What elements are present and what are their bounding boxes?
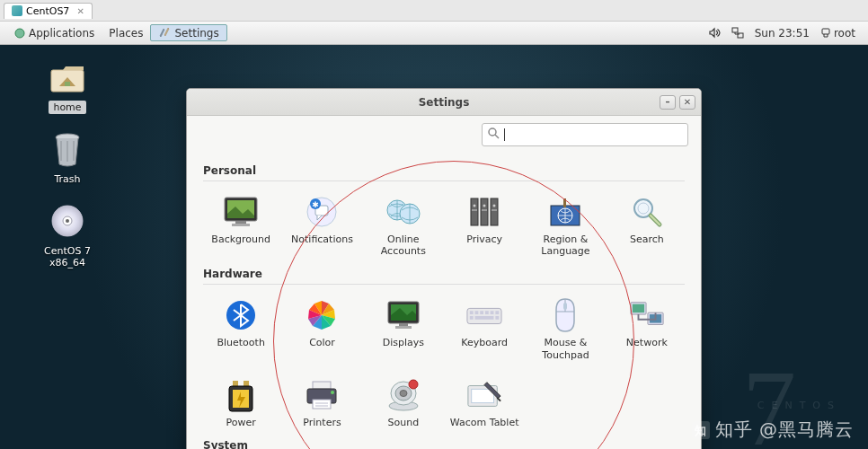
svg-rect-60 xyxy=(313,382,331,389)
power-icon xyxy=(223,377,259,413)
search-icon xyxy=(629,194,665,230)
settings-item-label: Sound xyxy=(388,417,420,428)
host-tab-centos[interactable]: CentOS7 ✕ xyxy=(4,3,93,19)
volume-indicator[interactable] xyxy=(704,27,726,39)
svg-point-63 xyxy=(331,391,334,394)
desktop-disc-label: CentOS 7 x86_64 xyxy=(27,244,108,269)
svg-rect-33 xyxy=(563,198,566,207)
svg-rect-40 xyxy=(395,326,412,329)
settings-item-label: Printers xyxy=(303,417,341,428)
settings-item-label: Network xyxy=(626,337,668,348)
applications-menu[interactable]: Applications xyxy=(7,27,102,40)
region-language-icon xyxy=(547,194,583,230)
user-icon xyxy=(820,28,831,39)
settings-notifications[interactable]: ✱Notifications xyxy=(284,190,359,260)
applications-label: Applications xyxy=(29,27,94,40)
settings-item-label: Notifications xyxy=(291,233,353,245)
settings-mouse-touchpad[interactable]: Mouse & Touchpad xyxy=(527,294,603,364)
svg-rect-62 xyxy=(313,400,331,409)
active-app-menu[interactable]: Settings xyxy=(150,24,226,41)
user-indicator[interactable]: root xyxy=(815,27,861,40)
minimize-button[interactable]: – xyxy=(660,95,676,110)
mouse-touchpad-icon xyxy=(547,297,583,333)
settings-color[interactable]: Color xyxy=(284,294,359,364)
wacom-icon xyxy=(466,377,502,413)
section-hardware-title: Hardware xyxy=(203,268,685,280)
titlebar[interactable]: Settings – ✕ xyxy=(187,89,701,116)
settings-wacom[interactable]: Wacom Tablet xyxy=(447,374,522,432)
search-input[interactable] xyxy=(482,123,688,146)
folder-home-icon xyxy=(48,57,87,97)
online-accounts-icon xyxy=(385,194,421,230)
svg-point-25 xyxy=(474,205,476,207)
settings-window: Settings – ✕ Personal Background✱Notific… xyxy=(186,88,702,449)
clock[interactable]: Sun 23:51 xyxy=(749,27,815,40)
svg-rect-46 xyxy=(491,312,494,315)
network-indicator[interactable] xyxy=(726,27,749,39)
places-menu[interactable]: Places xyxy=(102,27,150,40)
settings-item-label: Background xyxy=(211,233,270,245)
close-icon[interactable]: ✕ xyxy=(76,6,84,16)
trash-icon xyxy=(48,129,87,169)
svg-rect-28 xyxy=(472,209,477,211)
svg-rect-51 xyxy=(563,303,567,310)
settings-privacy[interactable]: Privacy xyxy=(447,190,522,260)
divider xyxy=(203,180,685,181)
desktop-trash[interactable]: Trash xyxy=(27,129,108,186)
settings-power[interactable]: Power xyxy=(203,374,279,432)
notifications-icon: ✱ xyxy=(304,194,340,230)
svg-rect-44 xyxy=(480,312,483,315)
svg-rect-57 xyxy=(244,381,249,386)
desktop-home[interactable]: home xyxy=(27,57,108,114)
close-button[interactable]: ✕ xyxy=(679,95,695,110)
settings-search[interactable]: Search xyxy=(609,190,685,260)
settings-item-label: Color xyxy=(309,337,335,348)
settings-item-label: Online Accounts xyxy=(368,233,439,257)
watermark-text: 知乎 @黑马腾云 xyxy=(715,418,854,442)
keyboard-icon xyxy=(466,297,502,333)
printers-icon xyxy=(304,377,340,413)
section-personal-title: Personal xyxy=(203,164,685,177)
svg-rect-56 xyxy=(233,381,238,386)
section-system-title: System xyxy=(203,439,685,449)
active-app-label: Settings xyxy=(174,27,218,40)
window-title: Settings xyxy=(419,96,470,109)
desktop-home-label: home xyxy=(49,101,85,114)
settings-region-language[interactable]: Region & Language xyxy=(527,190,603,260)
svg-rect-1 xyxy=(732,28,738,32)
user-label: root xyxy=(834,27,855,40)
svg-text:✱: ✱ xyxy=(313,200,320,209)
svg-rect-47 xyxy=(496,312,500,315)
svg-rect-39 xyxy=(399,323,408,326)
svg-rect-14 xyxy=(235,221,246,224)
host-tab-bar: CentOS7 ✕ xyxy=(0,0,868,22)
settings-sound[interactable]: Sound xyxy=(366,374,441,432)
settings-item-label: Power xyxy=(226,417,256,428)
svg-rect-53 xyxy=(633,304,644,313)
settings-network[interactable]: Network xyxy=(609,294,685,364)
settings-item-label: Keyboard xyxy=(461,337,508,348)
settings-keyboard[interactable]: Keyboard xyxy=(447,294,522,364)
wallpaper-text: CENTOS xyxy=(757,400,841,411)
svg-point-10 xyxy=(66,219,69,223)
settings-online-accounts[interactable]: Online Accounts xyxy=(366,190,441,260)
settings-background[interactable]: Background xyxy=(203,190,279,260)
svg-rect-22 xyxy=(471,198,478,225)
displays-icon xyxy=(385,297,421,333)
settings-app-icon xyxy=(158,25,171,40)
vm-icon xyxy=(12,5,22,16)
svg-point-0 xyxy=(15,29,24,38)
desktop[interactable]: 7 CENTOS home Trash CentOS 7 x86_64 Sett… xyxy=(0,45,868,449)
svg-rect-29 xyxy=(482,209,487,211)
desktop-disc[interactable]: CentOS 7 x86_64 xyxy=(27,201,108,269)
color-icon xyxy=(304,297,340,333)
svg-rect-50 xyxy=(496,316,500,320)
divider xyxy=(203,284,685,285)
settings-bluetooth[interactable]: Bluetooth xyxy=(203,294,279,364)
settings-printers[interactable]: Printers xyxy=(284,374,359,432)
privacy-icon xyxy=(466,194,502,230)
activities-icon xyxy=(14,28,25,39)
host-tab-label: CentOS7 xyxy=(26,5,69,17)
settings-displays[interactable]: Displays xyxy=(366,294,441,364)
background-icon xyxy=(223,194,259,230)
